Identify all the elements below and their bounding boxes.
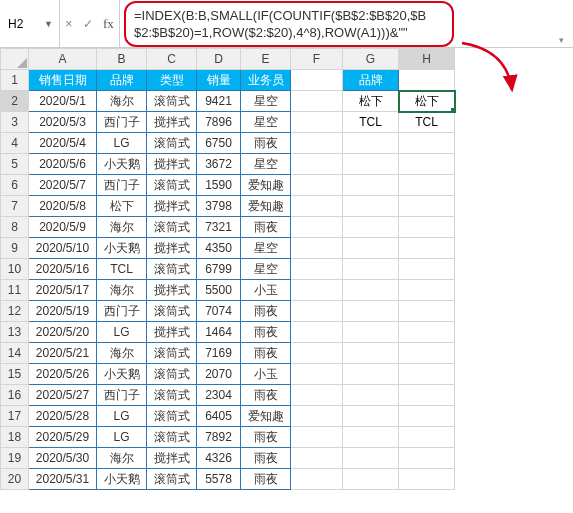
cell-G18[interactable] — [343, 427, 399, 448]
cell-H3[interactable]: TCL — [399, 112, 455, 133]
cell-A7[interactable]: 2020/5/8 — [29, 196, 97, 217]
cell-C16[interactable]: 滚筒式 — [147, 385, 197, 406]
col-head-D[interactable]: D — [197, 49, 241, 70]
row-head-12[interactable]: 12 — [1, 301, 29, 322]
cell-C7[interactable]: 搅拌式 — [147, 196, 197, 217]
cell-D10[interactable]: 6799 — [197, 259, 241, 280]
cell-D11[interactable]: 5500 — [197, 280, 241, 301]
cell-E16[interactable]: 雨夜 — [241, 385, 291, 406]
cell-A11[interactable]: 2020/5/17 — [29, 280, 97, 301]
cell-H1[interactable] — [399, 70, 455, 91]
cell-F14[interactable] — [291, 343, 343, 364]
select-all-corner[interactable] — [1, 49, 29, 70]
cell-C18[interactable]: 滚筒式 — [147, 427, 197, 448]
name-box[interactable]: ▼ — [0, 0, 60, 47]
cell-E3[interactable]: 星空 — [241, 112, 291, 133]
cell-H13[interactable] — [399, 322, 455, 343]
cell-E4[interactable]: 雨夜 — [241, 133, 291, 154]
col-head-A[interactable]: A — [29, 49, 97, 70]
cell-C3[interactable]: 搅拌式 — [147, 112, 197, 133]
cell-C2[interactable]: 滚筒式 — [147, 91, 197, 112]
cell-G9[interactable] — [343, 238, 399, 259]
cell-G15[interactable] — [343, 364, 399, 385]
header-B[interactable]: 品牌 — [97, 70, 147, 91]
cell-H16[interactable] — [399, 385, 455, 406]
cell-C4[interactable]: 滚筒式 — [147, 133, 197, 154]
cell-C5[interactable]: 搅拌式 — [147, 154, 197, 175]
cell-G20[interactable] — [343, 469, 399, 490]
cell-H15[interactable] — [399, 364, 455, 385]
cell-A10[interactable]: 2020/5/16 — [29, 259, 97, 280]
cell-F20[interactable] — [291, 469, 343, 490]
cell-F11[interactable] — [291, 280, 343, 301]
name-box-input[interactable] — [6, 16, 44, 32]
name-box-dropdown-icon[interactable]: ▼ — [44, 19, 53, 29]
cell-D8[interactable]: 7321 — [197, 217, 241, 238]
cell-D13[interactable]: 1464 — [197, 322, 241, 343]
cell-A18[interactable]: 2020/5/29 — [29, 427, 97, 448]
cell-A13[interactable]: 2020/5/20 — [29, 322, 97, 343]
row-head-6[interactable]: 6 — [1, 175, 29, 196]
row-head-13[interactable]: 13 — [1, 322, 29, 343]
cell-A2[interactable]: 2020/5/1 — [29, 91, 97, 112]
row-head-20[interactable]: 20 — [1, 469, 29, 490]
cell-F8[interactable] — [291, 217, 343, 238]
cell-F18[interactable] — [291, 427, 343, 448]
cell-D20[interactable]: 5578 — [197, 469, 241, 490]
cell-A20[interactable]: 2020/5/31 — [29, 469, 97, 490]
cell-G6[interactable] — [343, 175, 399, 196]
cell-B12[interactable]: 西门子 — [97, 301, 147, 322]
cell-F16[interactable] — [291, 385, 343, 406]
row-head-18[interactable]: 18 — [1, 427, 29, 448]
header-A[interactable]: 销售日期 — [29, 70, 97, 91]
cell-C13[interactable]: 搅拌式 — [147, 322, 197, 343]
cell-D4[interactable]: 6750 — [197, 133, 241, 154]
cell-G3[interactable]: TCL — [343, 112, 399, 133]
spreadsheet-grid[interactable]: ABCDEFGH1销售日期品牌类型销量业务员品牌22020/5/1海尔滚筒式94… — [0, 48, 573, 490]
cell-B9[interactable]: 小天鹅 — [97, 238, 147, 259]
col-head-B[interactable]: B — [97, 49, 147, 70]
cell-F19[interactable] — [291, 448, 343, 469]
cell-F12[interactable] — [291, 301, 343, 322]
cell-E14[interactable]: 雨夜 — [241, 343, 291, 364]
cell-A19[interactable]: 2020/5/30 — [29, 448, 97, 469]
cell-D18[interactable]: 7892 — [197, 427, 241, 448]
cell-A8[interactable]: 2020/5/9 — [29, 217, 97, 238]
cell-F7[interactable] — [291, 196, 343, 217]
cell-A17[interactable]: 2020/5/28 — [29, 406, 97, 427]
row-head-11[interactable]: 11 — [1, 280, 29, 301]
cell-C10[interactable]: 滚筒式 — [147, 259, 197, 280]
cell-H14[interactable] — [399, 343, 455, 364]
row-head-15[interactable]: 15 — [1, 364, 29, 385]
cell-G11[interactable] — [343, 280, 399, 301]
cell-G17[interactable] — [343, 406, 399, 427]
cell-G10[interactable] — [343, 259, 399, 280]
cell-C8[interactable]: 滚筒式 — [147, 217, 197, 238]
cell-C12[interactable]: 滚筒式 — [147, 301, 197, 322]
cell-A9[interactable]: 2020/5/10 — [29, 238, 97, 259]
cell-F5[interactable] — [291, 154, 343, 175]
cell-E5[interactable]: 星空 — [241, 154, 291, 175]
cell-H12[interactable] — [399, 301, 455, 322]
cell-H10[interactable] — [399, 259, 455, 280]
cell-H19[interactable] — [399, 448, 455, 469]
row-head-2[interactable]: 2 — [1, 91, 29, 112]
cell-E13[interactable]: 雨夜 — [241, 322, 291, 343]
cell-H8[interactable] — [399, 217, 455, 238]
fx-icon[interactable]: fx — [103, 16, 114, 32]
cell-B16[interactable]: 西门子 — [97, 385, 147, 406]
cell-B13[interactable]: LG — [97, 322, 147, 343]
cell-G8[interactable] — [343, 217, 399, 238]
cell-F10[interactable] — [291, 259, 343, 280]
cell-G13[interactable] — [343, 322, 399, 343]
cell-G19[interactable] — [343, 448, 399, 469]
cell-G4[interactable] — [343, 133, 399, 154]
cell-E19[interactable]: 雨夜 — [241, 448, 291, 469]
cell-A3[interactable]: 2020/5/3 — [29, 112, 97, 133]
cell-D6[interactable]: 1590 — [197, 175, 241, 196]
cell-H4[interactable] — [399, 133, 455, 154]
cell-C17[interactable]: 滚筒式 — [147, 406, 197, 427]
cell-D9[interactable]: 4350 — [197, 238, 241, 259]
cell-D15[interactable]: 2070 — [197, 364, 241, 385]
cell-B19[interactable]: 海尔 — [97, 448, 147, 469]
